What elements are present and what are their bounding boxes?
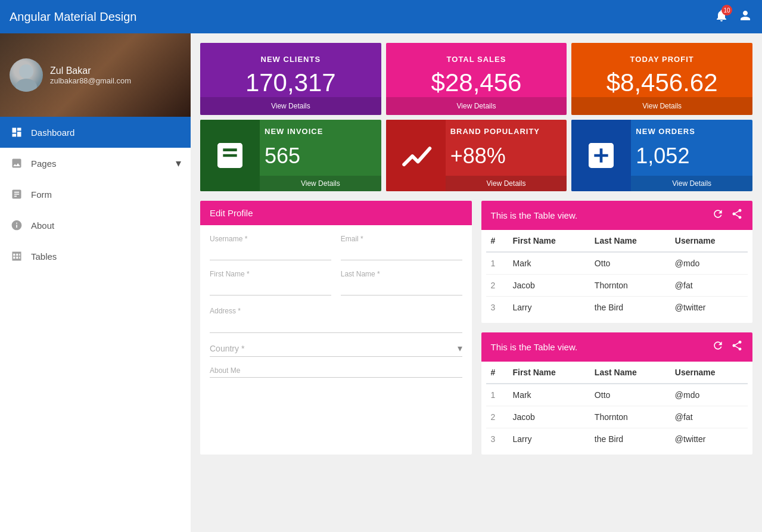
- table-cell-username: @fat: [670, 406, 748, 428]
- stat-card-today-profit: TODAY PROFIT $8,456.62 View Details: [571, 43, 752, 115]
- form-row-1: Username * Email *: [210, 235, 462, 260]
- stat-label-new-invoice: NEW INVOICE: [265, 127, 377, 136]
- table-cell-lastname: the Bird: [590, 297, 670, 319]
- sidebar-item-label-tables: Tables: [31, 251, 181, 262]
- topbar: Angular Material Design 10: [0, 0, 762, 33]
- table-1-body: 1 Mark Otto @mdo 2 Jacob Thornton @fat 3…: [486, 252, 748, 318]
- sidebar-item-form[interactable]: Form: [0, 179, 191, 210]
- svg-point-0: [19, 64, 33, 79]
- form-icon: [10, 187, 24, 201]
- sidebar-item-about[interactable]: About: [0, 210, 191, 241]
- username-input[interactable]: [210, 243, 331, 257]
- table-cell-lastname: the Bird: [590, 428, 670, 450]
- profile-email: zulbakar88@gmail.com: [50, 76, 131, 85]
- table-2-body: 1 Mark Otto @mdo 2 Jacob Thornton @fat 3…: [486, 384, 748, 450]
- share-icon-1[interactable]: [731, 208, 743, 223]
- first-name-input[interactable]: [210, 278, 331, 293]
- table-cell-lastname: Otto: [590, 252, 670, 275]
- table-cell-firstname: Mark: [508, 252, 589, 275]
- about-me-label: About Me: [210, 366, 462, 375]
- table-panel-2: This is the Table view.: [481, 332, 753, 455]
- stat-value-today-profit: $8,456.62: [581, 69, 743, 97]
- table-row: 3 Larry the Bird @twitter: [486, 428, 748, 450]
- table-cell-num: 3: [486, 428, 508, 450]
- email-input[interactable]: [341, 243, 462, 257]
- table-1-title: This is the Table view.: [491, 210, 578, 220]
- about-icon: [10, 218, 24, 232]
- sidebar-item-label-about: About: [31, 220, 181, 231]
- stat-link-total-sales[interactable]: View Details: [386, 97, 567, 115]
- main-layout: Zul Bakar zulbakar88@gmail.com Dashboard…: [0, 33, 762, 532]
- table-panel-1-header: This is the Table view.: [481, 201, 753, 230]
- refresh-icon-1[interactable]: [712, 208, 724, 223]
- sidebar-item-pages[interactable]: Pages ▾: [0, 148, 191, 179]
- table-row: 3 Larry the Bird @twitter: [486, 297, 748, 319]
- sidebar-item-tables[interactable]: Tables: [0, 241, 191, 272]
- table-panel-2-header: This is the Table view.: [481, 332, 753, 362]
- stats-row-1: NEW CLIENTS 170,317 View Details TOTAL S…: [200, 43, 752, 115]
- table-1-col-lastname: Last Name: [590, 230, 670, 252]
- notification-badge: 10: [721, 5, 732, 15]
- last-name-label: Last Name *: [341, 270, 462, 278]
- table-2-wrapper: # First Name Last Name Username 1 Mark O…: [481, 362, 753, 455]
- sidebar-item-label-pages: Pages: [31, 158, 169, 169]
- app-title: Angular Material Design: [10, 10, 136, 24]
- table-1-col-username: Username: [670, 230, 748, 252]
- edit-profile-title: Edit Profile: [210, 208, 253, 218]
- stat-card-new-orders: NEW ORDERS 1,052 View Details: [571, 120, 752, 191]
- sidebar-item-dashboard[interactable]: Dashboard: [0, 117, 191, 148]
- share-icon-2[interactable]: [731, 340, 743, 354]
- table-cell-firstname: Larry: [508, 428, 589, 450]
- new-orders-info: NEW ORDERS 1,052 View Details: [631, 120, 752, 191]
- table-cell-firstname: Mark: [508, 384, 589, 406]
- about-me-field: About Me: [210, 366, 462, 378]
- email-label: Email *: [341, 235, 462, 243]
- avatar-image: [10, 58, 43, 92]
- table-cell-lastname: Thornton: [590, 275, 670, 297]
- country-dropdown-icon: ▾: [458, 343, 462, 354]
- table-2-header-icons: [712, 340, 743, 354]
- country-select[interactable]: Country * United States United Kingdom M…: [210, 344, 458, 353]
- brand-popularity-icon-section: [386, 120, 446, 191]
- table-panel-1: This is the Table view.: [481, 201, 753, 323]
- stat-label-total-sales: TOTAL SALES: [396, 55, 558, 64]
- last-name-input[interactable]: [341, 278, 462, 293]
- table-cell-lastname: Otto: [590, 384, 670, 406]
- table-2-header-row: # First Name Last Name Username: [486, 362, 748, 384]
- refresh-icon-2[interactable]: [712, 340, 724, 354]
- user-icon[interactable]: [738, 8, 752, 25]
- stat-value-new-invoice: 565: [265, 136, 377, 176]
- profile-info: Zul Bakar zulbakar88@gmail.com: [50, 66, 131, 85]
- stat-card-total-sales: TOTAL SALES $28,456 View Details: [386, 43, 567, 115]
- country-select-container: Country * United States United Kingdom M…: [210, 343, 462, 357]
- stat-link-new-invoice[interactable]: View Details: [260, 176, 381, 191]
- table-2-title: This is the Table view.: [491, 342, 578, 352]
- sidebar-item-label-dashboard: Dashboard: [31, 127, 181, 138]
- stat-link-brand-popularity[interactable]: View Details: [446, 176, 567, 191]
- pages-arrow-icon: ▾: [176, 157, 181, 170]
- stat-value-total-sales: $28,456: [396, 69, 558, 97]
- stat-label-brand-popularity: BRAND POPULARITY: [450, 127, 562, 136]
- stat-label-new-orders: NEW ORDERS: [636, 127, 748, 136]
- address-input[interactable]: [210, 316, 462, 330]
- table-cell-num: 2: [486, 275, 508, 297]
- first-name-field: First Name *: [210, 270, 331, 295]
- profile-name: Zul Bakar: [50, 66, 131, 76]
- stat-label-today-profit: TODAY PROFIT: [581, 55, 743, 64]
- table-2-col-lastname: Last Name: [590, 362, 670, 384]
- table-cell-firstname: Jacob: [508, 406, 589, 428]
- stat-link-today-profit[interactable]: View Details: [571, 97, 752, 115]
- table-cell-lastname: Thornton: [590, 406, 670, 428]
- edit-profile-form: Username * Email * First Name *: [200, 225, 472, 392]
- table-1-header-row: # First Name Last Name Username: [486, 230, 748, 252]
- table-row: 1 Mark Otto @mdo: [486, 384, 748, 406]
- stat-value-new-clients: 170,317: [210, 69, 372, 97]
- table-cell-username: @mdo: [670, 384, 748, 406]
- stat-link-new-orders[interactable]: View Details: [631, 176, 752, 191]
- stat-link-new-clients[interactable]: View Details: [200, 97, 381, 115]
- username-label: Username *: [210, 235, 331, 243]
- sidebar-profile: Zul Bakar zulbakar88@gmail.com: [0, 33, 191, 117]
- notification-icon[interactable]: 10: [714, 8, 729, 25]
- stats-row-2: NEW INVOICE 565 View Details BRAND POPUL…: [200, 120, 752, 191]
- address-label: Address *: [210, 307, 241, 315]
